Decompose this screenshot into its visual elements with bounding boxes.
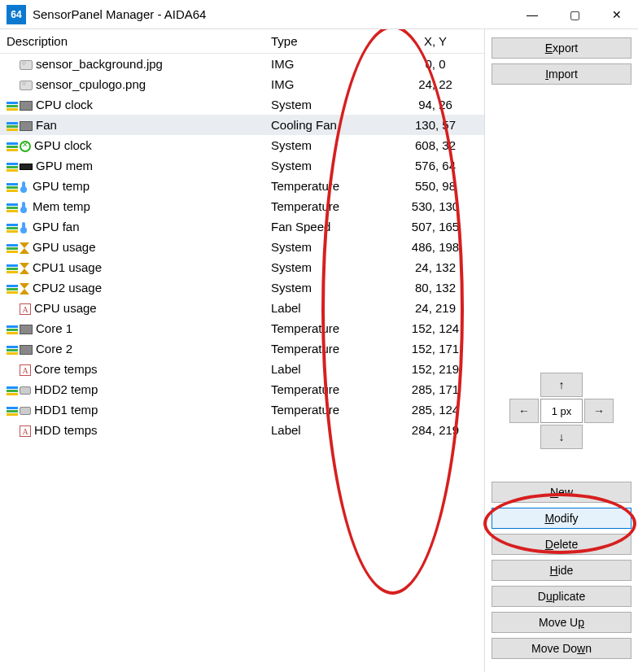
sensor-table[interactable]: Description Type X, Y sensor_background.… bbox=[0, 29, 484, 440]
col-xy[interactable]: X, Y bbox=[387, 29, 484, 54]
cell-xy: 94, 26 bbox=[387, 94, 484, 115]
sensor-table-pane: Description Type X, Y sensor_background.… bbox=[0, 29, 485, 672]
import-button[interactable]: Import bbox=[492, 63, 631, 85]
table-row[interactable]: HDD1 tempTemperature285, 124 bbox=[0, 399, 484, 420]
col-type[interactable]: Type bbox=[264, 29, 387, 54]
hourglass-icon bbox=[20, 283, 29, 295]
table-row[interactable]: ACore tempsLabel152, 219 bbox=[0, 359, 484, 379]
nudge-step-field[interactable]: 1 px bbox=[540, 399, 583, 423]
modify-button[interactable]: Modify bbox=[492, 508, 631, 529]
table-row[interactable]: sensor_background.jpgIMG0, 0 bbox=[0, 54, 484, 75]
cell-description: HDD2 temp bbox=[0, 379, 264, 399]
cell-xy: 507, 165 bbox=[387, 216, 484, 237]
image-icon bbox=[20, 81, 33, 90]
table-row[interactable]: GPU memSystem576, 64 bbox=[0, 155, 484, 176]
delete-button[interactable]: Delete bbox=[492, 534, 631, 555]
cell-type: System bbox=[264, 237, 387, 257]
minimize-button[interactable]: — bbox=[511, 0, 553, 28]
table-row[interactable]: CPU2 usageSystem80, 132 bbox=[0, 277, 484, 298]
chip-icon bbox=[20, 325, 33, 334]
nudge-up-button[interactable]: ↑ bbox=[540, 373, 583, 397]
cell-description: CPU1 usage bbox=[0, 257, 264, 277]
cell-type: System bbox=[264, 155, 387, 176]
cell-description: CPU clock bbox=[0, 94, 264, 115]
maximize-button[interactable]: ▢ bbox=[553, 0, 596, 28]
cell-description: Fan bbox=[0, 115, 264, 135]
table-row[interactable]: Mem tempTemperature530, 130 bbox=[0, 196, 484, 216]
cell-type: IMG bbox=[264, 74, 387, 94]
title-bar: 64 SensorPanel Manager - AIDA64 — ▢ ✕ bbox=[0, 0, 638, 29]
thermometer-icon bbox=[20, 181, 29, 193]
new-button[interactable]: New bbox=[492, 482, 631, 503]
table-row[interactable]: sensor_cpulogo.pngIMG24, 22 bbox=[0, 74, 484, 94]
cell-type: Temperature bbox=[264, 318, 387, 338]
move-up-button[interactable]: Move Up bbox=[492, 612, 631, 633]
hide-button[interactable]: Hide bbox=[492, 560, 631, 581]
cell-description: GPU mem bbox=[0, 155, 264, 176]
cell-xy: 130, 57 bbox=[387, 115, 484, 135]
cell-xy: 486, 198 bbox=[387, 237, 484, 257]
nudge-pad: ↑ ← 1 px → ↓ bbox=[492, 373, 631, 449]
table-row[interactable]: ACPU usageLabel24, 219 bbox=[0, 298, 484, 318]
table-row[interactable]: FanCooling Fan130, 57 bbox=[0, 115, 484, 135]
cell-xy: 285, 124 bbox=[387, 399, 484, 420]
cell-xy: 284, 219 bbox=[387, 420, 484, 440]
cell-type: System bbox=[264, 94, 387, 115]
col-description[interactable]: Description bbox=[0, 29, 264, 54]
ram-icon bbox=[20, 164, 33, 170]
hourglass-icon bbox=[20, 263, 29, 274]
cell-description: GPU temp bbox=[0, 176, 264, 196]
cell-description: Core 1 bbox=[0, 318, 264, 338]
cell-type: Temperature bbox=[264, 379, 387, 399]
table-row[interactable]: CPU1 usageSystem24, 132 bbox=[0, 257, 484, 277]
table-row[interactable]: Core 1Temperature152, 124 bbox=[0, 318, 484, 338]
label-icon: A bbox=[20, 303, 31, 315]
cell-xy: 285, 171 bbox=[387, 379, 484, 399]
cell-xy: 24, 22 bbox=[387, 74, 484, 94]
cell-xy: 80, 132 bbox=[387, 277, 484, 298]
nudge-left-button[interactable]: ← bbox=[509, 399, 539, 423]
move-down-button[interactable]: Move Down bbox=[492, 638, 631, 659]
cell-description: Mem temp bbox=[0, 196, 264, 216]
cell-type: Label bbox=[264, 420, 387, 440]
duplicate-button[interactable]: Duplicate bbox=[492, 586, 631, 607]
cell-type: Cooling Fan bbox=[264, 115, 387, 135]
cell-description: HDD1 temp bbox=[0, 399, 264, 420]
table-row[interactable]: GPU tempTemperature550, 98 bbox=[0, 176, 484, 196]
table-row[interactable]: GPU fanFan Speed507, 165 bbox=[0, 216, 484, 237]
cell-type: System bbox=[264, 277, 387, 298]
cell-type: IMG bbox=[264, 54, 387, 75]
table-row[interactable]: GPU usageSystem486, 198 bbox=[0, 237, 484, 257]
hdd-icon bbox=[20, 407, 31, 415]
nudge-down-button[interactable]: ↓ bbox=[540, 425, 583, 449]
cell-xy: 0, 0 bbox=[387, 54, 484, 75]
nudge-right-button[interactable]: → bbox=[584, 399, 614, 423]
image-icon bbox=[20, 60, 33, 70]
label-icon: A bbox=[20, 425, 31, 437]
cell-type: Temperature bbox=[264, 399, 387, 420]
thermometer-icon bbox=[20, 222, 29, 233]
cell-description: AHDD temps bbox=[0, 420, 264, 440]
cell-description: GPU clock bbox=[0, 135, 264, 155]
table-row[interactable]: HDD2 tempTemperature285, 171 bbox=[0, 379, 484, 399]
side-panel: Export Import ↑ ← 1 px → ↓ New Modify De… bbox=[485, 29, 638, 672]
table-row[interactable]: GPU clockSystem608, 32 bbox=[0, 135, 484, 155]
cell-description: GPU fan bbox=[0, 216, 264, 237]
cell-xy: 576, 64 bbox=[387, 155, 484, 176]
table-row[interactable]: CPU clockSystem94, 26 bbox=[0, 94, 484, 115]
table-row[interactable]: AHDD tempsLabel284, 219 bbox=[0, 420, 484, 440]
cell-type: Label bbox=[264, 298, 387, 318]
cell-description: CPU2 usage bbox=[0, 277, 264, 298]
window-title: SensorPanel Manager - AIDA64 bbox=[33, 7, 511, 21]
cell-xy: 530, 130 bbox=[387, 196, 484, 216]
cell-description: ACore temps bbox=[0, 359, 264, 379]
cell-xy: 24, 132 bbox=[387, 257, 484, 277]
app-icon: 64 bbox=[7, 5, 26, 24]
table-row[interactable]: Core 2Temperature152, 171 bbox=[0, 338, 484, 359]
chip-icon bbox=[20, 345, 33, 355]
cell-xy: 550, 98 bbox=[387, 176, 484, 196]
cell-description: sensor_cpulogo.png bbox=[0, 74, 264, 94]
export-button[interactable]: Export bbox=[492, 37, 631, 59]
close-button[interactable]: ✕ bbox=[596, 0, 638, 28]
chip-icon bbox=[20, 101, 33, 111]
